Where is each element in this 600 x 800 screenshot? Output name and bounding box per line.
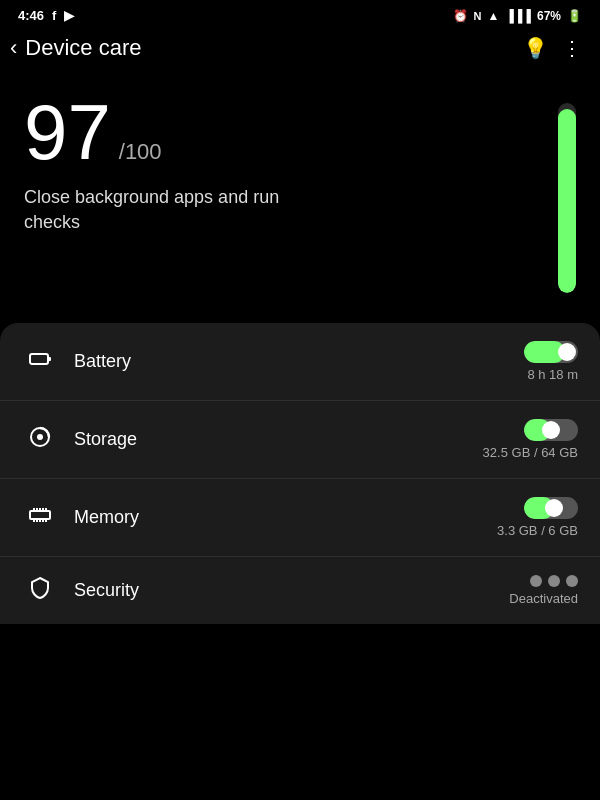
- security-card-icon: [22, 576, 58, 606]
- memory-card-icon: [22, 503, 58, 533]
- status-time: 4:46: [18, 8, 44, 23]
- alarm-icon: ⏰: [453, 9, 468, 23]
- score-bar-fill: [558, 109, 576, 293]
- hint-icon[interactable]: 💡: [523, 36, 548, 60]
- security-dots: [530, 575, 578, 587]
- battery-label: Battery: [74, 351, 524, 372]
- svg-point-3: [37, 434, 43, 440]
- status-bar: 4:46 f ▶ ⏰ N ▲ ▐▐▐ 67% 🔋: [0, 0, 600, 27]
- signal-icon: ▐▐▐: [505, 9, 531, 23]
- dot-1: [530, 575, 542, 587]
- memory-toggle-knob: [545, 499, 563, 517]
- score-content: 97 /100 Close background apps and run ch…: [24, 93, 304, 235]
- cards-section: Battery 8 h 18 m Storage 32.5 GB / 64 GB: [0, 323, 600, 624]
- page-title: Device care: [25, 35, 141, 61]
- status-right: ⏰ N ▲ ▐▐▐ 67% 🔋: [453, 9, 582, 23]
- svg-rect-1: [48, 357, 51, 361]
- storage-value: 32.5 GB / 64 GB: [483, 445, 578, 460]
- dot-2: [548, 575, 560, 587]
- facebook-icon: f: [52, 8, 56, 23]
- score-message: Close background apps and run checks: [24, 185, 304, 235]
- svg-rect-0: [30, 354, 48, 364]
- status-left: 4:46 f ▶: [18, 8, 74, 23]
- score-display: 97 /100: [24, 93, 304, 171]
- security-card[interactable]: Security Deactivated: [0, 557, 600, 624]
- more-options-icon[interactable]: ⋮: [562, 36, 582, 60]
- youtube-icon: ▶: [64, 8, 74, 23]
- wifi-icon: ▲: [488, 9, 500, 23]
- header-left: ‹ Device care: [10, 35, 141, 61]
- battery-right: 8 h 18 m: [524, 341, 578, 382]
- memory-value: 3.3 GB / 6 GB: [497, 523, 578, 538]
- battery-toggle[interactable]: [524, 341, 578, 363]
- nfc-icon: N: [474, 10, 482, 22]
- score-value: 97: [24, 93, 111, 171]
- score-bar-container: [558, 103, 576, 293]
- battery-icon: 🔋: [567, 9, 582, 23]
- score-section: 97 /100 Close background apps and run ch…: [0, 73, 600, 323]
- memory-label: Memory: [74, 507, 497, 528]
- storage-card-icon: [22, 425, 58, 455]
- dot-3: [566, 575, 578, 587]
- svg-rect-4: [30, 511, 50, 519]
- battery-toggle-knob: [558, 343, 576, 361]
- back-button[interactable]: ‹: [10, 35, 17, 61]
- storage-toggle-knob: [542, 421, 560, 439]
- battery-percent: 67%: [537, 9, 561, 23]
- storage-label: Storage: [74, 429, 483, 450]
- storage-card[interactable]: Storage 32.5 GB / 64 GB: [0, 401, 600, 479]
- score-out-of: /100: [119, 141, 162, 163]
- security-label: Security: [74, 580, 509, 601]
- battery-value: 8 h 18 m: [527, 367, 578, 382]
- security-right: Deactivated: [509, 575, 578, 606]
- memory-toggle[interactable]: [524, 497, 578, 519]
- storage-toggle[interactable]: [524, 419, 578, 441]
- battery-card-icon: [22, 347, 58, 377]
- memory-card[interactable]: Memory 3.3 GB / 6 GB: [0, 479, 600, 557]
- security-status: Deactivated: [509, 591, 578, 606]
- storage-right: 32.5 GB / 64 GB: [483, 419, 578, 460]
- header-icons: 💡 ⋮: [523, 36, 582, 60]
- header: ‹ Device care 💡 ⋮: [0, 27, 600, 73]
- memory-right: 3.3 GB / 6 GB: [497, 497, 578, 538]
- battery-card[interactable]: Battery 8 h 18 m: [0, 323, 600, 401]
